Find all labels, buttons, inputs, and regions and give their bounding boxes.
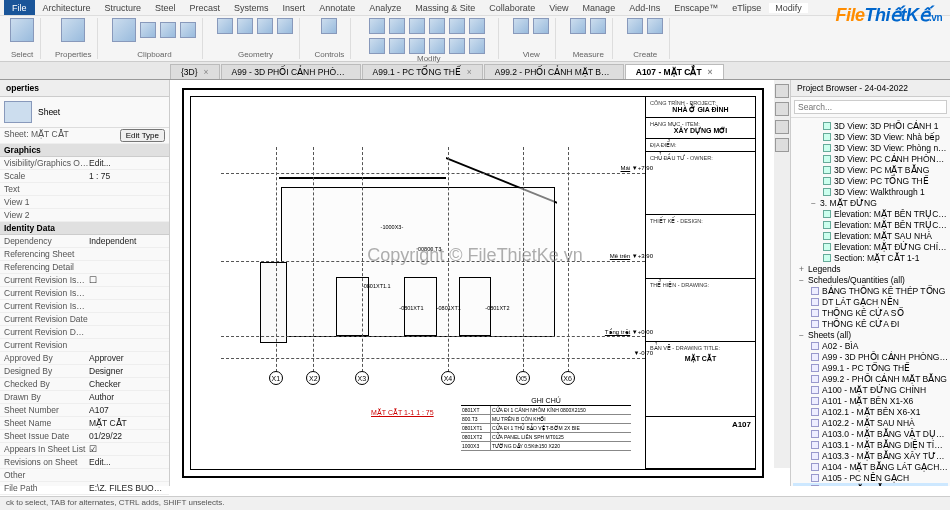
property-row[interactable]: Referencing Sheet [0, 248, 169, 261]
activate-icon[interactable] [321, 18, 337, 34]
property-row[interactable]: Designed ByDesigner [0, 365, 169, 378]
tree-item[interactable]: A103.3 - MẶT BẰNG XÂY TƯỜNG TẦNG 1 [793, 450, 948, 461]
drawing-canvas[interactable]: CÔNG TRÌNH - PROJECT:NHÀ Ở GIA ĐÌNH HẠNG… [170, 80, 790, 486]
property-row[interactable]: Appears In Sheet List☑ [0, 443, 169, 456]
ribbon-tab-annotate[interactable]: Annotate [313, 3, 361, 13]
tree-item[interactable]: A104 - MẶT BẰNG LÁT GẠCH NỀN [793, 461, 948, 472]
ribbon-tab-etlipse[interactable]: eTlipse [726, 3, 767, 13]
tree-item[interactable]: A103.1 - MẶT BẰNG DIỆN TÍCH SỬ DỤNG [793, 439, 948, 450]
cut-geom-icon[interactable] [237, 18, 253, 34]
tree-item[interactable]: A99.2 - PHỐI CẢNH MẶT BẰNG [793, 373, 948, 384]
property-row[interactable]: Sheet Issue Date01/29/22 [0, 430, 169, 443]
cat-identity[interactable]: Identity Data [0, 222, 169, 235]
document-tab[interactable]: A99.1 - PC TỔNG THỂ× [362, 64, 483, 79]
document-tab[interactable]: A99 - 3D PHỐI CẢNH PHÒNG KHÁ...× [221, 64, 361, 79]
ribbon-tab-addins[interactable]: Add-Ins [623, 3, 666, 13]
ribbon-tab-modify[interactable]: Modify [769, 3, 808, 13]
property-row[interactable]: Checked ByChecker [0, 378, 169, 391]
ribbon-tab-structure[interactable]: Structure [99, 3, 148, 13]
tree-item[interactable]: 3D View: PC TỔNG THỂ [793, 175, 948, 186]
ribbon-tab-collaborate[interactable]: Collaborate [483, 3, 541, 13]
property-row[interactable]: File PathE:\Z. FILES BUON BAN\NH... [0, 482, 169, 495]
tree-item[interactable]: THỐNG KÊ CỬA ĐI [793, 318, 948, 329]
cut-icon[interactable] [140, 22, 156, 38]
tree-item[interactable]: A102.1 - MẶT BÊN X6-X1 [793, 406, 948, 417]
close-tab-icon[interactable]: × [204, 67, 209, 77]
match-icon[interactable] [180, 22, 196, 38]
paste-icon[interactable] [112, 18, 136, 42]
expand-icon[interactable]: − [811, 198, 820, 208]
close-tab-icon[interactable]: × [467, 67, 472, 77]
property-row[interactable]: DependencyIndependent [0, 235, 169, 248]
property-row[interactable]: Sheet NameMẶT CẮT [0, 417, 169, 430]
create-icon[interactable] [627, 18, 643, 34]
ribbon-tab-enscape[interactable]: Enscape™ [668, 3, 724, 13]
ribbon-tab-steel[interactable]: Steel [149, 3, 182, 13]
copy2-icon[interactable] [449, 18, 465, 34]
properties-icon[interactable] [61, 18, 85, 42]
hide-icon[interactable] [513, 18, 529, 34]
document-tab[interactable]: {3D}× [170, 64, 220, 79]
join-icon[interactable] [257, 18, 273, 34]
expand-icon[interactable]: − [799, 330, 808, 340]
tree-item[interactable]: A02 - BÌA [793, 340, 948, 351]
ribbon-tab-precast[interactable]: Precast [184, 3, 227, 13]
type-selector[interactable]: Sheet [0, 97, 169, 128]
array-icon[interactable] [409, 38, 425, 54]
cat-graphics[interactable]: Graphics [0, 144, 169, 157]
property-row[interactable]: Approved ByApprover [0, 352, 169, 365]
tree-item[interactable]: −Sheets (all) [793, 329, 948, 340]
tree-item[interactable]: A107 - MẶT CẮT [793, 483, 948, 486]
tree-item[interactable]: 3D View: PC MẶT BẰNG [793, 164, 948, 175]
cope-icon[interactable] [217, 18, 233, 34]
ribbon-tab-view[interactable]: View [543, 3, 574, 13]
tree-item[interactable]: A99.1 - PC TỔNG THỂ [793, 362, 948, 373]
tree-item[interactable]: +Legends [793, 263, 948, 274]
property-row[interactable]: Referencing Detail [0, 261, 169, 274]
ribbon-tab-insert[interactable]: Insert [277, 3, 312, 13]
tree-item[interactable]: Elevation: MẶT BÊN TRỤC X6-X1 [793, 219, 948, 230]
tree-item[interactable]: A105 - PC NỀN GẠCH [793, 472, 948, 483]
tree-item[interactable]: −Schedules/Quantities (all) [793, 274, 948, 285]
scale-icon[interactable] [429, 38, 445, 54]
align-icon[interactable] [369, 18, 385, 34]
expand-icon[interactable]: − [799, 275, 808, 285]
move-icon[interactable] [429, 18, 445, 34]
ribbon-tab-manage[interactable]: Manage [577, 3, 622, 13]
nav-wheel-icon[interactable] [775, 102, 789, 116]
rotate-icon[interactable] [469, 18, 485, 34]
property-row[interactable]: Sheet NumberA107 [0, 404, 169, 417]
property-row[interactable]: Other [0, 469, 169, 482]
tree-item[interactable]: 3D View: Walkthrough 1 [793, 186, 948, 197]
copy-icon[interactable] [160, 22, 176, 38]
ribbon-tab-systems[interactable]: Systems [228, 3, 275, 13]
ribbon-tab-architecture[interactable]: Architecture [37, 3, 97, 13]
property-row[interactable]: Current Revision Descripti... [0, 326, 169, 339]
property-row[interactable]: Current Revision Date [0, 313, 169, 326]
property-row[interactable]: Scale1 : 75 [0, 170, 169, 183]
tree-item[interactable]: A99 - 3D PHỐI CẢNH PHÒNG KHÁCH [793, 351, 948, 362]
document-tab[interactable]: A99.2 - PHỐI CẢNH MẶT BẰNG× [484, 64, 624, 79]
tree-item[interactable]: DT LÁT GẠCH NỀN [793, 296, 948, 307]
tree-item[interactable]: A102.2 - MẶT SAU NHÀ [793, 417, 948, 428]
property-row[interactable]: Drawn ByAuthor [0, 391, 169, 404]
tree-item[interactable]: BẢNG THỐNG KÊ THÉP TỔNG [793, 285, 948, 296]
override-icon[interactable] [533, 18, 549, 34]
edit-type-button[interactable]: Edit Type [120, 129, 165, 142]
tree-item[interactable]: A103.0 - MẶT BẰNG VẬT DỤNG [793, 428, 948, 439]
property-row[interactable]: Text [0, 183, 169, 196]
property-row[interactable]: Current Revision [0, 339, 169, 352]
mirror-icon[interactable] [409, 18, 425, 34]
property-row[interactable]: Current Revision Issued☐ [0, 274, 169, 287]
split2-icon[interactable] [389, 38, 405, 54]
tree-item[interactable]: 3D View: 3D View: Phòng ngủ [793, 142, 948, 153]
tree-item[interactable]: THỐNG KÊ CỬA SỔ [793, 307, 948, 318]
tree-item[interactable]: A101 - MẶT BÊN X1-X6 [793, 395, 948, 406]
close-tab-icon[interactable]: × [708, 67, 713, 77]
file-tab[interactable]: File [4, 0, 35, 15]
property-row[interactable]: Current Revision Issued By [0, 287, 169, 300]
property-row[interactable]: Revisions on SheetEdit... [0, 456, 169, 469]
tree-item[interactable]: Section: MẶT CẮT 1-1 [793, 252, 948, 263]
group-icon[interactable] [647, 18, 663, 34]
ribbon-tab-analyze[interactable]: Analyze [363, 3, 407, 13]
